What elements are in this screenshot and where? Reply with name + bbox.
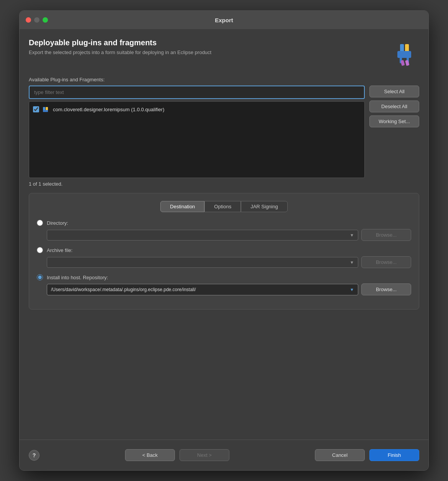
- plugin-list-container: com.cloveretl.designer.loremipsum (1.0.0…: [29, 86, 365, 178]
- plugin-item-name: com.cloveretl.designer.loremipsum (1.0.0…: [53, 107, 164, 112]
- directory-label: Directory:: [47, 220, 68, 226]
- install-host-header: Install into host. Repository:: [37, 274, 411, 280]
- svg-rect-9: [43, 110, 48, 112]
- filter-input[interactable]: [29, 86, 365, 99]
- directory-header: Directory:: [37, 220, 411, 226]
- install-host-combo[interactable]: /Users/david/workspace/.metadata/.plugin…: [47, 284, 358, 295]
- deselect-all-button[interactable]: Deselect All: [369, 100, 419, 112]
- main-content: Deployable plug-ins and fragments Export…: [20, 29, 428, 440]
- title-bar: Export: [20, 11, 428, 29]
- destination-section: Destination Options JAR Signing Director…: [29, 193, 419, 310]
- next-button[interactable]: Next >: [180, 449, 229, 461]
- tab-jar-signing[interactable]: JAR Signing: [241, 201, 288, 212]
- directory-radio[interactable]: [37, 220, 43, 226]
- page-description: Export the selected projects into a form…: [29, 49, 211, 55]
- bottom-bar: ? < Back Next > Cancel Finish: [20, 440, 428, 470]
- install-host-row: Install into host. Repository: /Users/da…: [37, 274, 411, 295]
- archive-dropdown-arrow: ▼: [350, 260, 354, 265]
- finish-button[interactable]: Finish: [369, 449, 419, 461]
- window-title: Export: [215, 17, 233, 23]
- tab-destination[interactable]: Destination: [160, 201, 204, 212]
- header-section: Deployable plug-ins and fragments Export…: [29, 38, 419, 69]
- archive-browse-button[interactable]: Browse...: [361, 256, 411, 268]
- install-host-combo-text: /Users/david/workspace/.metadata/.plugin…: [51, 287, 350, 292]
- traffic-lights: [26, 17, 48, 23]
- install-host-dropdown-arrow: ▼: [350, 287, 354, 292]
- svg-rect-0: [400, 44, 404, 52]
- select-all-button[interactable]: Select All: [369, 86, 419, 97]
- working-set-button[interactable]: Working Set...: [369, 115, 419, 127]
- install-host-browse-button[interactable]: Browse...: [361, 283, 411, 295]
- page-title: Deployable plug-ins and fragments: [29, 38, 211, 47]
- install-host-label: Install into host. Repository:: [47, 275, 108, 280]
- plugin-checkbox[interactable]: [33, 106, 39, 112]
- plugin-item-icon: [42, 105, 50, 113]
- bottom-center: < Back Next >: [125, 449, 229, 461]
- directory-combo[interactable]: ▼: [47, 230, 358, 240]
- archive-row: Archive file: ▼ Browse...: [37, 247, 411, 268]
- header-icon: [389, 38, 419, 69]
- svg-rect-2: [397, 51, 411, 58]
- plugin-list-area: com.cloveretl.designer.loremipsum (1.0.0…: [29, 86, 419, 178]
- bottom-left: ?: [29, 450, 40, 461]
- archive-header: Archive file:: [37, 247, 411, 253]
- install-host-input-row: /Users/david/workspace/.metadata/.plugin…: [37, 283, 411, 295]
- header-text: Deployable plug-ins and fragments Export…: [29, 38, 211, 55]
- cancel-button[interactable]: Cancel: [315, 449, 365, 461]
- side-buttons: Select All Deselect All Working Set...: [369, 86, 419, 127]
- directory-input-row: ▼ Browse...: [37, 229, 411, 241]
- maximize-button[interactable]: [43, 17, 48, 23]
- tabs-header: Destination Options JAR Signing: [37, 201, 411, 212]
- plugins-section-label: Available Plug-ins and Fragments:: [29, 77, 419, 82]
- svg-rect-1: [405, 44, 409, 52]
- plugin-decorative-icon: [389, 38, 419, 69]
- directory-browse-button[interactable]: Browse...: [361, 229, 411, 241]
- install-host-radio[interactable]: [37, 274, 43, 280]
- directory-row: Directory: ▼ Browse...: [37, 220, 411, 241]
- directory-dropdown-arrow: ▼: [350, 233, 354, 237]
- status-text: 1 of 1 selected.: [29, 181, 419, 187]
- archive-combo[interactable]: ▼: [47, 257, 358, 268]
- archive-input-row: ▼ Browse...: [37, 256, 411, 268]
- help-button[interactable]: ?: [29, 450, 40, 461]
- archive-radio[interactable]: [37, 247, 43, 253]
- bottom-right: Cancel Finish: [315, 449, 419, 461]
- export-dialog: Export Deployable plug-ins and fragments…: [19, 10, 429, 471]
- minimize-button[interactable]: [34, 17, 40, 23]
- back-button[interactable]: < Back: [125, 449, 175, 461]
- archive-label: Archive file:: [47, 247, 72, 253]
- list-item[interactable]: com.cloveretl.designer.loremipsum (1.0.0…: [29, 103, 364, 115]
- tab-options[interactable]: Options: [204, 201, 241, 212]
- plugin-list: com.cloveretl.designer.loremipsum (1.0.0…: [29, 101, 365, 178]
- svg-rect-5: [400, 60, 405, 66]
- close-button[interactable]: [26, 17, 31, 23]
